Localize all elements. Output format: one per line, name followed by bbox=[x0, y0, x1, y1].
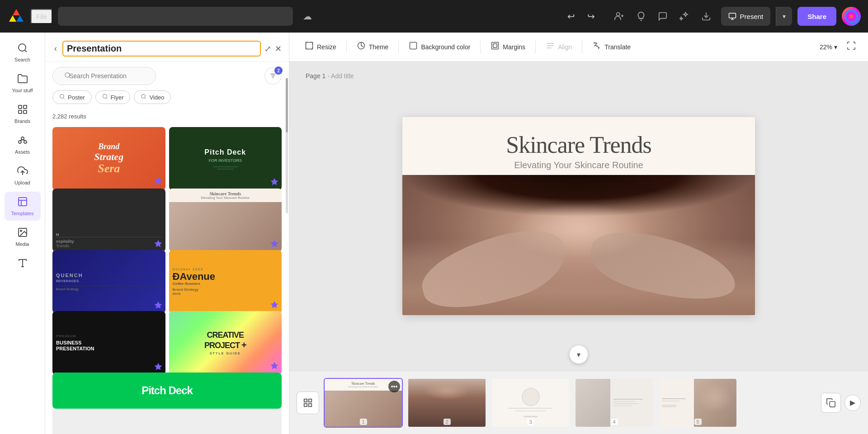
pro-badge-4 bbox=[270, 239, 279, 249]
chip-flyer[interactable]: Flyer bbox=[95, 90, 131, 104]
resize-button[interactable]: Resize bbox=[298, 38, 343, 56]
template-card-hospitality[interactable]: H ospitality Trends bbox=[52, 189, 165, 252]
pro-badge-8 bbox=[270, 361, 279, 372]
user-avatar[interactable] bbox=[842, 7, 861, 26]
panel-back-button[interactable]: ‹ bbox=[52, 42, 59, 55]
filmstrip-slide-3[interactable]: Introduction 3 bbox=[491, 378, 570, 428]
search-icon bbox=[17, 42, 28, 55]
assets-icon bbox=[17, 135, 28, 147]
redo-button[interactable]: ↪ bbox=[582, 7, 601, 26]
svg-point-20 bbox=[24, 141, 27, 143]
panel-close-button[interactable]: ✕ bbox=[275, 44, 282, 54]
cloud-sync-icon[interactable]: ☁ bbox=[303, 11, 312, 22]
svg-line-22 bbox=[23, 140, 25, 141]
sidebar-item-your-stuff[interactable]: Your stuff bbox=[5, 69, 41, 98]
slide-2-number: 2 bbox=[443, 419, 450, 425]
filmstrip-copy-button[interactable] bbox=[821, 393, 841, 413]
canvas-main: Page 1 - Add title Skincare Trends Eleva… bbox=[289, 61, 868, 371]
media-icon bbox=[17, 227, 28, 240]
slide-hero-image bbox=[402, 175, 755, 315]
filmstrip-slide-5[interactable]: 5 bbox=[658, 378, 737, 428]
pro-badge-5 bbox=[154, 301, 163, 311]
canvas-toolbar: Resize Theme Backgr bbox=[289, 33, 868, 61]
zoom-chevron-icon: ▾ bbox=[834, 43, 837, 51]
toolbar-sep-2 bbox=[398, 41, 399, 53]
sidebar-item-brands[interactable]: Brands bbox=[5, 99, 41, 128]
filmstrip-slide-2[interactable]: 2 bbox=[407, 378, 486, 428]
svg-line-21 bbox=[20, 140, 23, 141]
download-button[interactable] bbox=[697, 7, 716, 26]
svg-marker-2 bbox=[9, 15, 16, 22]
svg-point-4 bbox=[616, 13, 619, 16]
chip-poster[interactable]: Poster bbox=[52, 90, 92, 104]
template-card-pitch-deck[interactable]: Pitch Deck FOR INVESTORS bbox=[169, 127, 282, 190]
sidebar-item-assets[interactable]: Assets bbox=[5, 130, 41, 159]
sidebar-item-templates[interactable]: Templates bbox=[5, 192, 41, 221]
margins-icon bbox=[491, 41, 500, 52]
filmstrip-slide-4[interactable]: 4 bbox=[575, 378, 654, 428]
comments-button[interactable] bbox=[653, 7, 672, 26]
template-card-skincare[interactable]: Skincare Trends Elevating Your Skincare … bbox=[169, 189, 282, 252]
pro-badge-6 bbox=[270, 300, 279, 311]
chip-video-label: Video bbox=[149, 94, 164, 101]
zoom-control[interactable]: 22% ▾ bbox=[815, 41, 842, 53]
svg-rect-42 bbox=[306, 42, 313, 49]
theme-button[interactable]: Theme bbox=[350, 38, 395, 56]
sidebar-item-upload[interactable]: Upload bbox=[5, 161, 41, 190]
svg-rect-44 bbox=[410, 42, 417, 49]
slide-1-menu-button[interactable]: ••• bbox=[388, 381, 400, 392]
svg-point-28 bbox=[20, 230, 22, 231]
brands-icon bbox=[17, 104, 28, 117]
pro-badge-2 bbox=[270, 177, 279, 188]
svg-marker-3 bbox=[16, 15, 24, 22]
slide-canvas[interactable]: Skincare Trends Elevating Your Skincare … bbox=[402, 117, 755, 315]
svg-marker-1 bbox=[13, 9, 20, 15]
template-card-business[interactable]: PREMIUM BUSINESSPRESENTATION bbox=[52, 311, 165, 374]
document-title-bar[interactable] bbox=[58, 7, 293, 26]
present-button[interactable]: Present bbox=[721, 7, 771, 26]
toolbar-sep-3 bbox=[480, 41, 481, 53]
search-input[interactable] bbox=[52, 67, 156, 85]
magic-button[interactable] bbox=[675, 7, 694, 26]
translate-button[interactable]: Translate bbox=[586, 38, 637, 56]
panel-expand-button[interactable]: ⤢ bbox=[264, 44, 271, 54]
toolbar-sep-5 bbox=[582, 41, 582, 53]
filter-button[interactable]: 2 bbox=[264, 67, 282, 85]
canvas-area: Resize Theme Backgr bbox=[289, 33, 868, 434]
margins-button[interactable]: Margins bbox=[484, 38, 532, 56]
panel-title[interactable] bbox=[62, 41, 261, 57]
chip-video[interactable]: Video bbox=[134, 90, 171, 104]
svg-point-19 bbox=[19, 141, 21, 143]
template-card-avenue[interactable]: October 2022 ÐAvenue Coffee Roasters Bra… bbox=[169, 250, 282, 313]
file-menu[interactable]: File bbox=[31, 9, 52, 24]
background-color-button[interactable]: Background color bbox=[402, 38, 476, 56]
template-card-creative[interactable]: CREATIVEPROJECT + STYLE GUIDE bbox=[169, 311, 282, 374]
add-collaborator-button[interactable] bbox=[610, 7, 629, 26]
sidebar-item-text[interactable] bbox=[5, 253, 41, 275]
collapse-filmstrip-button[interactable]: ▾ bbox=[570, 345, 588, 363]
ideas-button[interactable] bbox=[632, 7, 651, 26]
app-logo[interactable] bbox=[7, 7, 25, 25]
slide-5-number: 5 bbox=[694, 419, 701, 425]
filmstrip-next-button[interactable]: ▶ bbox=[844, 395, 861, 411]
svg-rect-54 bbox=[830, 401, 835, 407]
share-button[interactable]: Share bbox=[797, 7, 836, 26]
filmstrip-grid-button[interactable] bbox=[297, 392, 319, 414]
align-button[interactable]: Align bbox=[539, 38, 578, 56]
zoom-value: 22% bbox=[820, 43, 832, 51]
template-card-pitch2[interactable]: Pitch Deck bbox=[52, 373, 282, 434]
template-card-quench[interactable]: QUENCH BEVERAGES Brand Strategy bbox=[52, 250, 165, 313]
undo-button[interactable]: ↩ bbox=[562, 7, 581, 26]
sidebar-item-search[interactable]: Search bbox=[5, 38, 41, 67]
svg-rect-51 bbox=[309, 399, 311, 401]
sidebar-item-upload-label: Upload bbox=[14, 180, 30, 185]
present-dropdown-button[interactable]: ▾ bbox=[776, 7, 792, 26]
filmstrip-slide-1[interactable]: Skincare Trends Elevating Your Skincare … bbox=[324, 378, 403, 428]
filter-badge: 2 bbox=[274, 66, 283, 75]
fullscreen-button[interactable] bbox=[844, 38, 859, 56]
sidebar-item-media[interactable]: Media bbox=[5, 222, 41, 251]
slide-subtitle: Elevating Your Skincare Routine bbox=[420, 160, 737, 170]
panel-chips: Poster Flyer Video bbox=[45, 90, 289, 109]
template-card-brand-strategy[interactable]: Brand Strateg Sera bbox=[52, 127, 165, 190]
icon-sidebar: Search Your stuff Brands bbox=[0, 33, 45, 434]
